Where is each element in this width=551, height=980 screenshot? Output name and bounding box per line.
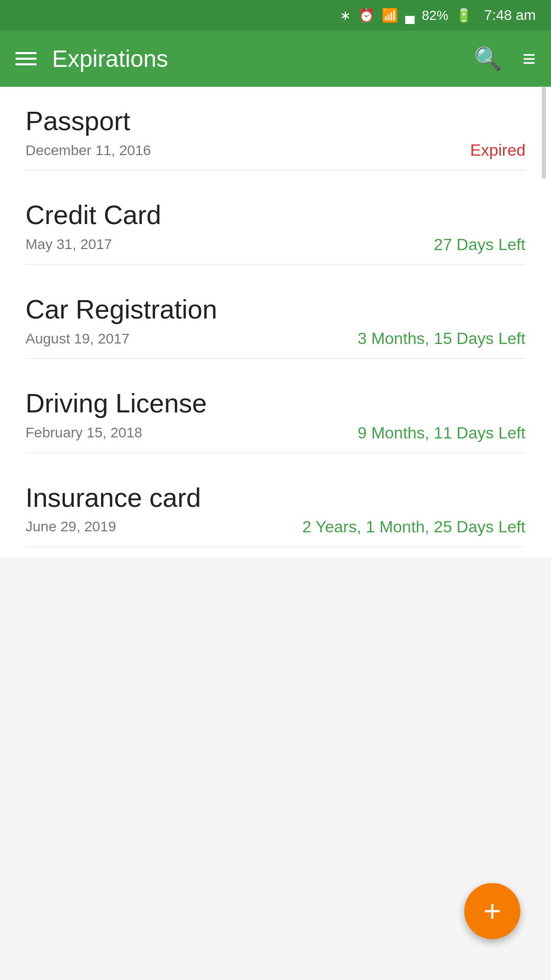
item-title-passport: Passport <box>26 105 525 137</box>
scrollbar[interactable] <box>542 87 546 179</box>
divider-credit-card <box>26 264 525 265</box>
item-title-credit-card: Credit Card <box>26 199 525 231</box>
battery-label: 82% <box>422 8 448 23</box>
divider-driving-license <box>26 453 525 453</box>
hamburger-line-1 <box>15 52 37 54</box>
alarm-icon: ⏰ <box>358 8 374 23</box>
item-date-passport: December 11, 2016 <box>26 142 151 159</box>
add-icon: + <box>483 896 501 926</box>
list-item-credit-card[interactable]: Credit CardMay 31, 201727 Days Left <box>20 181 531 275</box>
item-status-car-registration: 3 Months, 15 Days Left <box>358 329 525 348</box>
app-bar: Expirations 🔍 ≡ <box>0 31 551 87</box>
list-item-driving-license[interactable]: Driving LicenseFebruary 15, 20189 Months… <box>20 369 531 463</box>
status-time: 7:48 am <box>484 7 536 23</box>
list-item-insurance-card[interactable]: Insurance cardJune 29, 20192 Years, 1 Mo… <box>20 463 531 557</box>
expiration-list: PassportDecember 11, 2016ExpiredCredit C… <box>0 87 551 557</box>
item-date-credit-card: May 31, 2017 <box>26 236 112 253</box>
signal-icon: ▄ <box>405 8 414 23</box>
filter-icon[interactable]: ≡ <box>522 46 536 71</box>
app-title: Expirations <box>52 45 474 72</box>
divider-passport <box>26 170 525 170</box>
item-status-passport: Expired <box>470 141 526 160</box>
item-status-credit-card: 27 Days Left <box>434 235 525 254</box>
list-item-car-registration[interactable]: Car RegistrationAugust 19, 20173 Months,… <box>20 275 531 369</box>
divider-insurance-card <box>26 547 525 547</box>
item-date-insurance-card: June 29, 2019 <box>26 519 116 535</box>
hamburger-line-3 <box>15 63 37 65</box>
divider-car-registration <box>26 358 525 359</box>
menu-button[interactable] <box>15 52 37 65</box>
item-date-car-registration: August 19, 2017 <box>26 331 130 347</box>
status-bar: ∗ ⏰ 📶 ▄ 82% 🔋 7:48 am <box>0 0 551 31</box>
item-status-insurance-card: 2 Years, 1 Month, 25 Days Left <box>302 518 525 536</box>
wifi-icon: 📶 <box>382 8 398 23</box>
list-item-passport[interactable]: PassportDecember 11, 2016Expired <box>20 87 531 181</box>
item-date-driving-license: February 15, 2018 <box>26 425 142 441</box>
bluetooth-icon: ∗ <box>340 8 351 23</box>
search-icon[interactable]: 🔍 <box>474 45 502 72</box>
item-status-driving-license: 9 Months, 11 Days Left <box>358 424 525 443</box>
app-bar-actions: 🔍 ≡ <box>474 45 536 72</box>
add-button[interactable]: + <box>464 883 520 939</box>
hamburger-line-2 <box>15 58 37 60</box>
item-title-car-registration: Car Registration <box>26 293 525 325</box>
battery-icon: 🔋 <box>456 8 472 23</box>
status-icons: ∗ ⏰ 📶 ▄ 82% 🔋 7:48 am <box>340 7 536 23</box>
item-title-insurance-card: Insurance card <box>26 482 525 513</box>
item-title-driving-license: Driving License <box>26 387 525 419</box>
